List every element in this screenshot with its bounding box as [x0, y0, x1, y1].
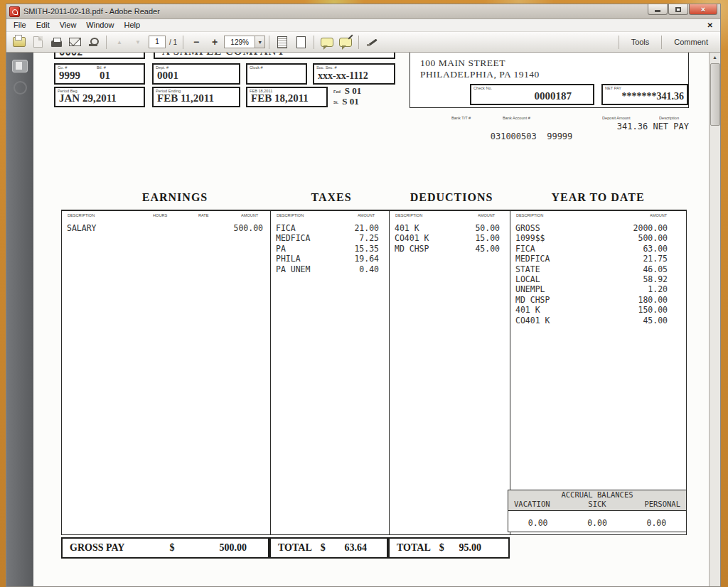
single-page-button[interactable]: [292, 33, 309, 50]
ytd-desc: UNEMPL: [515, 284, 648, 294]
scrolling-page-icon: [277, 36, 287, 48]
next-page-button[interactable]: ▼: [129, 33, 146, 50]
menu-item[interactable]: View: [55, 20, 82, 31]
ytd-row: GROSS2000.00: [515, 223, 668, 233]
st-status-label: St.: [333, 100, 338, 104]
annotate-button[interactable]: [337, 33, 354, 50]
company-name: A SAMPLE COMPANY: [162, 53, 285, 58]
close-icon: ×: [701, 6, 705, 14]
bank-account-label: Bank Account #: [503, 116, 530, 120]
tax-row: PHILA19.64: [276, 254, 379, 264]
scrollbar-thumb[interactable]: [710, 63, 720, 126]
ytd-row: FICA63.00: [515, 244, 668, 254]
net-pay-box: NET PAY *******341.36: [601, 84, 688, 105]
stamp-button[interactable]: [85, 33, 102, 50]
open-file-icon: [13, 37, 26, 47]
tax-status-box: Fed S 01 St. S 01: [333, 85, 397, 108]
period-beg-value: JAN 29,2011: [59, 92, 117, 104]
minimize-button[interactable]: [648, 4, 668, 15]
period-end-value: FEB 11,2011: [157, 92, 214, 104]
sticky-note-button[interactable]: [318, 33, 336, 50]
earnings-desc: SALARY: [67, 223, 233, 233]
deposit-info: Deposit Amount Description 341.36 NET PA…: [582, 115, 689, 131]
accrual-value: 0.00: [567, 518, 626, 528]
page-number-input[interactable]: 1: [149, 36, 166, 48]
deductions-total-label: TOTAL: [397, 542, 431, 554]
vertical-scrollbar[interactable]: ▲: [709, 53, 720, 586]
toolbar-separator: [269, 36, 269, 49]
toolbar: ▲ ▼ 1 / 1 − + 129% ▼ Tools Comment: [6, 32, 720, 53]
zoom-out-button[interactable]: −: [188, 33, 205, 50]
earnings-amount-header: AMOUNT: [241, 213, 258, 217]
titlebar[interactable]: SMITH-2011-02-18.pdf - Adobe Reader ×: [6, 4, 720, 19]
email-button[interactable]: [66, 33, 83, 50]
accrual-title: ACCRUAL BALANCES: [508, 490, 686, 500]
tax-row: MEDFICA7.25: [276, 233, 379, 243]
comment-button[interactable]: Comment: [665, 38, 717, 46]
deduction-row: 401 K50.00: [395, 223, 500, 233]
bank-tt-value: 031000503: [491, 131, 537, 141]
toolbar-separator: [619, 36, 619, 49]
scroll-up-icon[interactable]: ▲: [712, 53, 717, 63]
ytd-amount: 58.92: [643, 274, 668, 284]
ytd-row: 1099$$500.00: [515, 233, 668, 243]
dept-value: 0001: [157, 70, 178, 82]
page-total-label: / 1: [169, 38, 177, 46]
earnings-row: SALARY500.00: [67, 223, 263, 233]
ytd-column: DESCRIPTION AMOUNT GROSS2000.001099$$500…: [510, 211, 687, 534]
ssn-label: Soc. Sec. #: [316, 65, 337, 70]
maximize-button[interactable]: [668, 4, 688, 15]
earnings-column: DESCRIPTION HOURS RATE AMOUNT SALARY500.…: [62, 211, 270, 534]
clock-box: Clock #: [246, 63, 307, 85]
signature-pen-icon: [367, 37, 378, 47]
scrolling-mode-button[interactable]: [274, 33, 291, 50]
fed-status-label: Fed: [333, 90, 341, 94]
co-value: 9999: [59, 70, 80, 82]
ytd-desc: 1099$$: [515, 233, 638, 243]
deductions-desc-header: DESCRIPTION: [395, 213, 422, 217]
document-area: 0002 A SAMPLE COMPANY 100 MAIN STREET PH…: [33, 53, 709, 586]
ssn-box: Soc. Sec. # xxx-xx-1112: [313, 63, 395, 85]
bank-info: Bank T/T # Bank Account # 031000503 9999…: [429, 115, 571, 151]
fill-sign-button[interactable]: [363, 33, 380, 50]
previous-page-button[interactable]: ▲: [111, 33, 128, 50]
period-end-box: Period Ending FEB 11,2011: [152, 87, 240, 107]
earnings-title: EARNINGS: [118, 191, 232, 204]
deduction-amount: 45.00: [475, 244, 500, 254]
menu-item[interactable]: File: [9, 20, 31, 31]
zoom-level-input[interactable]: 129%: [224, 36, 255, 48]
ytd-amount: 45.00: [643, 316, 668, 325]
deductions-total-box: TOTAL $ 95.00: [388, 537, 510, 559]
tax-amount: 19.64: [354, 254, 379, 264]
toolbar-separator: [183, 36, 183, 49]
menubar-close-icon[interactable]: ✕: [707, 21, 713, 29]
zoom-in-button[interactable]: +: [206, 33, 223, 50]
open-button[interactable]: [11, 33, 28, 50]
net-pay-label: NET PAY: [605, 86, 621, 90]
adobe-reader-window: SMITH-2011-02-18.pdf - Adobe Reader × Fi…: [6, 4, 721, 587]
check-number-value: 0000187: [535, 90, 572, 102]
close-button[interactable]: ×: [689, 4, 717, 15]
menu-item[interactable]: Window: [81, 20, 119, 31]
adobe-reader-icon: [9, 6, 20, 17]
zoom-dropdown-button[interactable]: ▼: [255, 36, 265, 48]
menu-item[interactable]: Edit: [31, 20, 55, 31]
toolbar-separator: [106, 36, 107, 49]
ytd-row: MD CHSP180.00: [515, 295, 668, 305]
taxes-title: TAXES: [282, 191, 381, 204]
taxes-amount-header: AMOUNT: [358, 213, 375, 217]
print-button[interactable]: [48, 33, 65, 50]
ytd-amount: 63.00: [643, 244, 668, 254]
menubar: FileEditViewWindowHelp ✕: [6, 19, 720, 32]
attachments-button[interactable]: [14, 81, 27, 95]
tax-desc: MEDFICA: [276, 233, 359, 243]
ytd-amount: 2000.00: [633, 223, 668, 233]
tax-amount: 0.40: [359, 264, 379, 274]
save-button[interactable]: [29, 33, 46, 50]
ytd-row: LOCAL58.92: [515, 274, 668, 284]
deduction-desc: CO401 K: [395, 233, 475, 243]
tools-button[interactable]: Tools: [623, 38, 658, 46]
accrual-value: 0.00: [508, 518, 567, 528]
page-thumbnails-button[interactable]: [12, 60, 28, 72]
menu-item[interactable]: Help: [119, 20, 145, 31]
